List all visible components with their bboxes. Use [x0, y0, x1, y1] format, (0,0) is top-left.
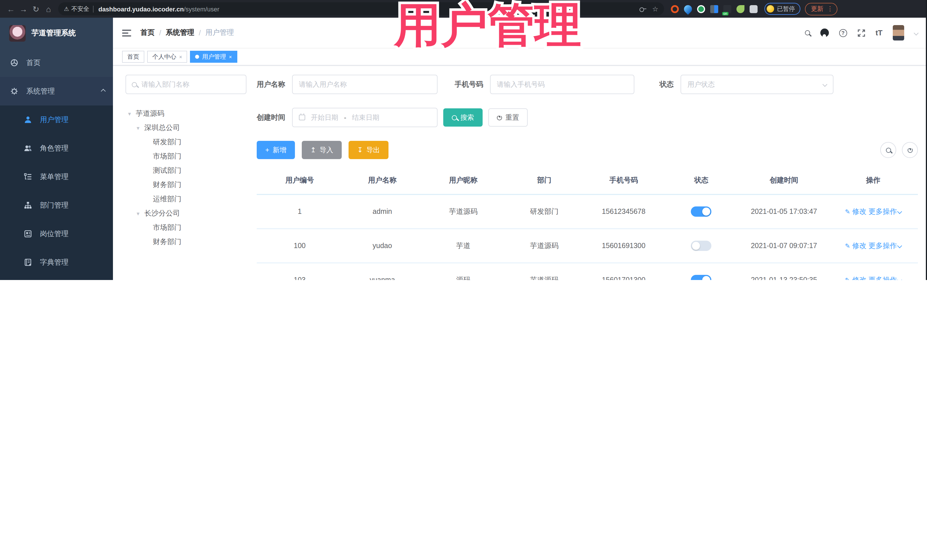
export-button[interactable]: ↧ 导出: [348, 141, 389, 159]
avatar-dropdown-icon[interactable]: [914, 30, 919, 35]
add-button[interactable]: + 新增: [257, 141, 295, 159]
fullscreen-icon[interactable]: [857, 29, 865, 37]
browser-reload-icon[interactable]: ↻: [30, 3, 42, 15]
more-actions-link[interactable]: 更多操作: [869, 241, 902, 249]
caret-down-icon[interactable]: ▾: [127, 111, 132, 117]
import-button[interactable]: ↥ 导入: [302, 141, 342, 159]
pencil-icon: ✎: [845, 208, 850, 215]
extension-green-icon[interactable]: [697, 5, 705, 13]
sidebar-item-label: 首页: [26, 58, 105, 68]
status-label: 状态: [660, 80, 674, 89]
chevron-up-icon: [101, 89, 106, 94]
edit-link[interactable]: ✎ 修改: [845, 241, 866, 249]
font-size-icon[interactable]: tT: [875, 29, 883, 37]
search-button[interactable]: 搜索: [443, 108, 483, 127]
extension-orange-icon[interactable]: [671, 5, 679, 13]
status-select[interactable]: 用户状态: [681, 75, 833, 94]
reset-button[interactable]: 重置: [488, 108, 528, 127]
user-avatar[interactable]: [893, 25, 904, 41]
sidebar-item-dept-mgmt[interactable]: 部门管理: [0, 191, 113, 220]
close-icon[interactable]: ×: [179, 54, 182, 59]
tree-node[interactable]: 运维部门: [126, 192, 246, 206]
status-toggle[interactable]: [691, 206, 712, 217]
browser-update-button[interactable]: 更新 ⋮: [805, 3, 837, 15]
sidebar-item-dict-mgmt[interactable]: 字典管理: [0, 248, 113, 276]
sidebar-item-label: 菜单管理: [40, 172, 105, 182]
extensions-puzzle-icon[interactable]: [749, 5, 758, 13]
username-input[interactable]: 请输入用户名称: [292, 75, 438, 94]
mobile-input[interactable]: 请输入手机号码: [490, 75, 634, 94]
menu-tree-icon: [24, 173, 32, 181]
tree-node-label: 财务部门: [153, 180, 181, 190]
extension-grid-icon[interactable]: [710, 5, 718, 13]
date-range-picker[interactable]: 开始日期 - 结束日期: [292, 108, 438, 127]
sidebar-item-user-mgmt[interactable]: 用户管理: [0, 106, 113, 134]
sidebar-item-role-mgmt[interactable]: 角色管理: [0, 134, 113, 162]
header-search-icon[interactable]: [805, 30, 810, 35]
browser-forward-icon[interactable]: →: [17, 3, 30, 15]
tree-node[interactable]: 市场部门: [126, 221, 246, 235]
close-icon[interactable]: ×: [229, 54, 232, 59]
browser-back-icon[interactable]: ←: [5, 3, 17, 15]
tab-label: 用户管理: [202, 53, 226, 61]
browser-home-icon[interactable]: ⌂: [42, 3, 55, 15]
sidebar-item-system[interactable]: 系统管理: [0, 77, 113, 106]
breadcrumb-home[interactable]: 首页: [140, 28, 155, 38]
sidebar-collapse-icon[interactable]: [122, 29, 131, 36]
divider: [93, 5, 94, 12]
tab-user-mgmt[interactable]: 用户管理 ×: [190, 51, 237, 63]
sidebar-item-label: 用户管理: [40, 115, 105, 124]
tab-home[interactable]: 首页: [122, 51, 144, 63]
status-toggle[interactable]: [691, 241, 712, 251]
extension-leaf-icon[interactable]: [737, 5, 745, 13]
github-icon[interactable]: [820, 29, 828, 37]
dept-search-input[interactable]: 请输入部门名称: [126, 75, 246, 94]
search-icon: [132, 82, 137, 87]
breadcrumb-separator: /: [159, 29, 161, 37]
more-actions-link[interactable]: 更多操作: [869, 207, 902, 215]
sidebar-item-notice[interactable]: 通知公告: [0, 276, 113, 280]
edit-link[interactable]: ✎ 修改: [845, 207, 866, 215]
breadcrumb-current: 用户管理: [205, 28, 234, 38]
url-path: /system/user: [184, 5, 219, 12]
tree-node[interactable]: 市场部门: [126, 149, 246, 164]
chevron-down-icon: [897, 209, 902, 214]
sidebar-item-post-mgmt[interactable]: 岗位管理: [0, 220, 113, 248]
password-key-icon[interactable]: [640, 7, 646, 11]
user-list-workspace: 用户名称 请输入用户名称 手机号码 请输入手机号码 状态 用户状态 创建时间: [257, 75, 918, 280]
bookmark-star-icon[interactable]: ☆: [652, 5, 658, 13]
more-actions-link[interactable]: 更多操作: [869, 276, 902, 280]
extension-drop-icon[interactable]: [682, 3, 694, 15]
tree-node[interactable]: ▾深圳总公司: [126, 121, 246, 135]
tree-node-label: 深圳总公司: [144, 123, 180, 133]
browser-menu-icon[interactable]: ⋮: [827, 5, 833, 12]
active-tab-dot: [195, 55, 199, 59]
refresh-table-button[interactable]: [902, 142, 918, 158]
tree-node[interactable]: 财务部门: [126, 178, 246, 192]
search-icon: [886, 147, 891, 153]
caret-down-icon[interactable]: ▾: [135, 125, 141, 131]
profile-paused-label: 已暂停: [777, 5, 795, 13]
status-toggle[interactable]: [691, 275, 712, 280]
tree-node[interactable]: 研发部门: [126, 135, 246, 149]
browser-profile-badge[interactable]: 已暂停: [764, 3, 800, 15]
not-secure-label[interactable]: 不安全: [71, 5, 89, 13]
edit-link[interactable]: ✎ 修改: [845, 276, 866, 280]
top-navbar: 首页 / 系统管理 / 用户管理 ? tT: [113, 18, 927, 49]
extension-on-badge-icon[interactable]: [723, 5, 731, 13]
sidebar-header[interactable]: 芋道管理系统: [0, 18, 113, 49]
sidebar-item-menu-mgmt[interactable]: 菜单管理: [0, 162, 113, 191]
tab-profile[interactable]: 个人中心 ×: [147, 51, 187, 63]
cell-user-id: 1: [257, 194, 343, 229]
tree-node[interactable]: ▾芋道源码: [126, 107, 246, 121]
sidebar-item-home[interactable]: 首页: [0, 49, 113, 77]
tree-node[interactable]: 财务部门: [126, 235, 246, 249]
breadcrumb-system[interactable]: 系统管理: [166, 28, 194, 38]
sidebar-item-label: 字典管理: [40, 258, 105, 267]
help-icon[interactable]: ?: [839, 29, 847, 37]
caret-down-icon[interactable]: ▾: [135, 211, 141, 217]
tree-node[interactable]: ▾长沙分公司: [126, 206, 246, 221]
show-search-toggle-button[interactable]: [880, 142, 896, 158]
tree-node[interactable]: 测试部门: [126, 164, 246, 178]
address-bar[interactable]: ⚠ 不安全 dashboard.yudao.iocoder.cn /system…: [58, 2, 664, 15]
